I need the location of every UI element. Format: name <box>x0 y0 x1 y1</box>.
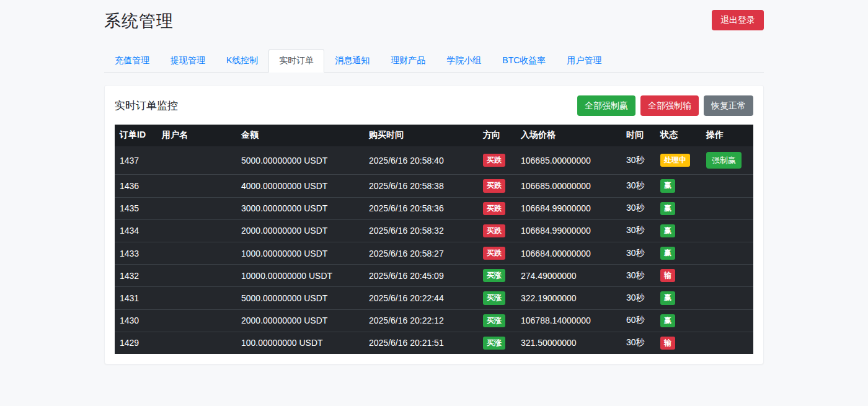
tab-bar: 充值管理提现管理K线控制实时订单消息通知理财产品学院小组BTC收益率用户管理 <box>104 49 764 73</box>
status-badge: 赢 <box>660 202 675 215</box>
status-cell: 输 <box>655 265 701 287</box>
tab-3[interactable]: K线控制 <box>216 49 268 73</box>
orders-table-head: 订单ID用户名金额购买时间方向入场价格时间状态操作 <box>115 125 753 146</box>
buy-time-cell: 2025/6/16 20:22:12 <box>364 309 478 332</box>
order-id-cell: 1430 <box>115 309 157 332</box>
direction-badge: 买跌 <box>483 179 505 192</box>
amount-cell: 4000.00000000 USDT <box>236 175 364 197</box>
direction-badge: 买跌 <box>483 247 505 260</box>
action-cell <box>701 197 753 219</box>
entry-price-cell: 274.49000000 <box>516 265 621 287</box>
tab-7[interactable]: 学院小组 <box>436 49 492 73</box>
status-badge: 赢 <box>660 179 675 192</box>
order-id-cell: 1435 <box>115 197 157 219</box>
duration-cell: 30秒 <box>621 175 655 197</box>
main-container: 系统管理 退出登录 充值管理提现管理K线控制实时订单消息通知理财产品学院小组BT… <box>104 0 764 364</box>
tab-1[interactable]: 充值管理 <box>104 49 160 73</box>
table-row: 14375000.00000000 USDT2025/6/16 20:58:40… <box>115 146 753 175</box>
tab-8[interactable]: BTC收益率 <box>492 49 556 73</box>
status-cell: 赢 <box>655 219 701 242</box>
direction-badge: 买跌 <box>483 154 505 167</box>
action-cell <box>701 175 753 197</box>
action-cell <box>701 309 753 332</box>
tab-5[interactable]: 消息通知 <box>324 49 380 73</box>
status-cell: 赢 <box>655 242 701 264</box>
direction-badge: 买涨 <box>483 337 505 350</box>
column-header: 购买时间 <box>364 125 478 146</box>
status-badge: 赢 <box>660 224 675 237</box>
direction-cell: 买跌 <box>478 146 516 175</box>
table-row: 143210000.00000000 USDT2025/6/16 20:45:0… <box>115 265 753 287</box>
tab-6[interactable]: 理财产品 <box>380 49 436 73</box>
amount-cell: 2000.00000000 USDT <box>236 309 364 332</box>
table-row: 14302000.00000000 USDT2025/6/16 20:22:12… <box>115 309 753 332</box>
page-title: 系统管理 <box>104 10 174 32</box>
order-id-cell: 1433 <box>115 242 157 264</box>
column-header: 状态 <box>655 125 701 146</box>
entry-price-cell: 322.19000000 <box>516 287 621 309</box>
column-header: 入场价格 <box>516 125 621 146</box>
username-cell <box>157 287 236 309</box>
force-lose-all-button[interactable]: 全部强制输 <box>640 95 699 116</box>
tab-4[interactable]: 实时订单 <box>268 49 324 73</box>
order-id-cell: 1437 <box>115 146 157 175</box>
order-id-cell: 1434 <box>115 219 157 242</box>
panel-title: 实时订单监控 <box>115 99 178 113</box>
column-header: 时间 <box>621 125 655 146</box>
entry-price-cell: 106685.00000000 <box>516 175 621 197</box>
orders-table-body: 14375000.00000000 USDT2025/6/16 20:58:40… <box>115 146 753 354</box>
action-cell: 强制赢 <box>701 146 753 175</box>
direction-badge: 买涨 <box>483 314 505 327</box>
action-cell <box>701 242 753 264</box>
status-badge: 赢 <box>660 291 675 304</box>
amount-cell: 2000.00000000 USDT <box>236 219 364 242</box>
direction-badge: 买跌 <box>483 202 505 215</box>
status-badge: 处理中 <box>660 154 690 167</box>
action-cell <box>701 219 753 242</box>
buy-time-cell: 2025/6/16 20:58:38 <box>364 175 478 197</box>
buy-time-cell: 2025/6/16 20:58:27 <box>364 242 478 264</box>
entry-price-cell: 106684.00000000 <box>516 242 621 264</box>
status-cell: 输 <box>655 332 701 354</box>
order-id-cell: 1431 <box>115 287 157 309</box>
header-row: 订单ID用户名金额购买时间方向入场价格时间状态操作 <box>115 125 753 146</box>
duration-cell: 60秒 <box>621 309 655 332</box>
duration-cell: 30秒 <box>621 146 655 175</box>
order-id-cell: 1432 <box>115 265 157 287</box>
status-badge: 输 <box>660 337 675 350</box>
buy-time-cell: 2025/6/16 20:58:32 <box>364 219 478 242</box>
direction-cell: 买跌 <box>478 197 516 219</box>
column-header: 操作 <box>701 125 753 146</box>
direction-cell: 买跌 <box>478 242 516 264</box>
buy-time-cell: 2025/6/16 20:22:44 <box>364 287 478 309</box>
direction-cell: 买跌 <box>478 175 516 197</box>
entry-price-cell: 106684.99000000 <box>516 219 621 242</box>
tab-9[interactable]: 用户管理 <box>556 49 612 73</box>
direction-cell: 买涨 <box>478 265 516 287</box>
status-cell: 赢 <box>655 197 701 219</box>
tab-2[interactable]: 提现管理 <box>160 49 216 73</box>
table-row: 14353000.00000000 USDT2025/6/16 20:58:36… <box>115 197 753 219</box>
force-win-button[interactable]: 强制赢 <box>706 152 742 169</box>
amount-cell: 10000.00000000 USDT <box>236 265 364 287</box>
direction-cell: 买涨 <box>478 309 516 332</box>
entry-price-cell: 106684.99000000 <box>516 197 621 219</box>
username-cell <box>157 219 236 242</box>
order-id-cell: 1429 <box>115 332 157 354</box>
username-cell <box>157 146 236 175</box>
entry-price-cell: 321.50000000 <box>516 332 621 354</box>
column-header: 金额 <box>236 125 364 146</box>
page-header: 系统管理 退出登录 <box>104 10 764 32</box>
direction-badge: 买跌 <box>483 224 505 237</box>
table-row: 14315000.00000000 USDT2025/6/16 20:22:44… <box>115 287 753 309</box>
username-cell <box>157 242 236 264</box>
force-win-all-button[interactable]: 全部强制赢 <box>577 95 636 116</box>
amount-cell: 1000.00000000 USDT <box>236 242 364 264</box>
logout-button[interactable]: 退出登录 <box>712 10 764 30</box>
duration-cell: 30秒 <box>621 219 655 242</box>
status-cell: 赢 <box>655 309 701 332</box>
amount-cell: 5000.00000000 USDT <box>236 146 364 175</box>
column-header: 订单ID <box>115 125 157 146</box>
restore-normal-button[interactable]: 恢复正常 <box>704 95 753 116</box>
table-row: 14342000.00000000 USDT2025/6/16 20:58:32… <box>115 219 753 242</box>
